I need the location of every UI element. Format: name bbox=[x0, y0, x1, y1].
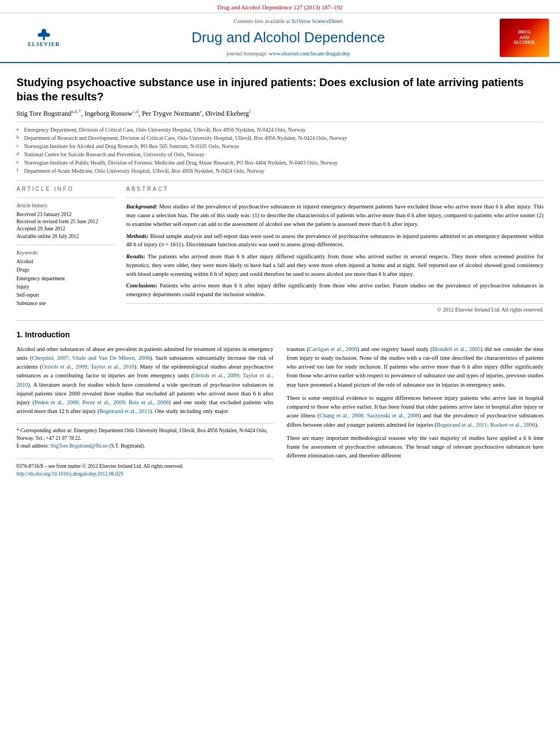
author-ekeberg: Øivind Ekebergf bbox=[205, 110, 250, 117]
introduction-body: Alcohol and other substances of abuse ar… bbox=[16, 345, 544, 478]
main-content: Studying psychoactive substance use in i… bbox=[0, 63, 560, 489]
svg-point-3 bbox=[46, 33, 50, 37]
elsevier-logo-area: ELSEVIER bbox=[11, 27, 77, 48]
top-bar: Drug and Alcohol Dependence 127 (2013) 1… bbox=[0, 0, 560, 13]
affil-a-text: Emergency Department, Division of Critic… bbox=[24, 126, 306, 134]
keyword-substance: Substance use bbox=[16, 299, 115, 308]
homepage-link[interactable]: www.elsevier.com/locate/drugalcdep bbox=[269, 50, 350, 56]
abstract-col: ABSTRACT Background: Most studies of the… bbox=[126, 185, 544, 314]
cover-placeholder: DRUGANDALCOHOL bbox=[500, 19, 549, 57]
intro-left-para1: Alcohol and other substances of abuse ar… bbox=[16, 345, 274, 416]
results-label: Results: bbox=[126, 253, 145, 259]
affil-d-text: National Centre for Suicide Research and… bbox=[24, 150, 205, 159]
affiliations-block: a Emergency Department, Division of Crit… bbox=[16, 122, 544, 175]
abstract-methods: Methods: Blood sample analysis and self-… bbox=[126, 232, 544, 250]
bottom-copyright: 0376-8716/$ – see front matter © 2012 El… bbox=[16, 462, 274, 470]
ref-bogstrand2: Bogstrand et al., 2011; Rockett et al., … bbox=[437, 422, 535, 428]
ref-cherpitel: Cherpitel, 2007; Vitale and Van De Mheen… bbox=[32, 355, 150, 361]
svg-point-4 bbox=[42, 29, 47, 33]
author-bogstrand: Stig Tore Bogstranda,b,* bbox=[16, 110, 81, 117]
elsevier-text: ELSEVIER bbox=[28, 41, 60, 48]
ref-carrigan: Carrigan et al., 2000 bbox=[309, 346, 358, 352]
keyword-alcohol: Alcohol bbox=[16, 258, 115, 266]
affil-e-text: Norwegian Institute of Public Health, Di… bbox=[24, 159, 338, 167]
affil-f: f Department of Acute Medicine, Oslo Uni… bbox=[16, 167, 544, 175]
article-info-col: Article Info Article history: Received 2… bbox=[16, 185, 115, 314]
elsevier-tree-icon bbox=[33, 27, 55, 41]
journal-homepage: journal homepage: www.elsevier.com/locat… bbox=[77, 50, 500, 58]
keyword-emergency: Emergency department bbox=[16, 275, 115, 283]
affil-d: d National Centre for Suicide Research a… bbox=[16, 150, 544, 159]
journal-title-area: Contents lists available at SciVerse Sci… bbox=[77, 18, 500, 57]
footnote-section: * Corresponding author at: Emergency Dep… bbox=[16, 423, 274, 450]
journal-cover-image: DRUGANDALCOHOL bbox=[500, 19, 549, 57]
footnote1: * Corresponding author at: Emergency Dep… bbox=[16, 427, 274, 443]
keyword-selfreport: Self-report bbox=[16, 291, 115, 299]
elsevier-logo: ELSEVIER bbox=[19, 27, 69, 48]
sciverse-link[interactable]: SciVerse ScienceDirect bbox=[291, 18, 343, 24]
journal-title: Drug and Alcohol Dependence bbox=[77, 27, 500, 47]
doi-link[interactable]: http://dx.doi.org/10.1016/j.drugalcdep.2… bbox=[16, 471, 123, 477]
intro-right-col: traumas (Carrigan et al., 2000) and one … bbox=[287, 345, 544, 478]
ref-blondell: Blondell et al., 2005 bbox=[432, 346, 480, 352]
keywords-block: Keywords: Alcohol Drugs Emergency depart… bbox=[16, 250, 115, 308]
journal-ref: Drug and Alcohol Dependence 127 (2013) 1… bbox=[217, 4, 343, 10]
affil-c: c Norwegian Institute for Alcohol and Dr… bbox=[16, 142, 544, 150]
article-title: Studying psychoactive substance use in i… bbox=[16, 75, 544, 104]
journal-header: ELSEVIER Contents lists available at Sci… bbox=[0, 13, 560, 63]
ref-chang: Chang et al., 2008; Saczynski et al., 20… bbox=[319, 412, 419, 418]
intro-right-para3: There are many important methodological … bbox=[287, 434, 544, 461]
methods-label: Methods: bbox=[126, 233, 149, 239]
ref-bogstrand1: Bogstrand et al., 2011 bbox=[99, 408, 150, 414]
abstract-conclusions: Conclusions: Patients who arrive more th… bbox=[126, 281, 544, 299]
history-label: Article history: bbox=[16, 202, 115, 210]
ref-orriols2: Orriols et al., 2009; Taylor et al., 201… bbox=[16, 372, 274, 387]
bottom-doi: http://dx.doi.org/10.1016/j.drugalcdep.2… bbox=[16, 471, 274, 478]
author-rossow: Ingeborg Rossowc,d bbox=[84, 110, 138, 117]
sciverse-line: Contents lists available at SciVerse Sci… bbox=[77, 18, 500, 25]
background-label: Background: bbox=[126, 203, 157, 210]
keyword-injury: Injury bbox=[16, 283, 115, 291]
keyword-drugs: Drugs bbox=[16, 266, 115, 274]
received-value: Received 23 January 2012 bbox=[16, 211, 115, 218]
ref-peden: Peden et al., 2000; Perez et al., 2009; … bbox=[35, 399, 169, 405]
history-block: Article history: Received 23 January 201… bbox=[16, 202, 115, 245]
to-examine-text: to examine bbox=[126, 221, 151, 227]
keywords-label: Keywords: bbox=[16, 250, 115, 257]
introduction-heading: 1. Introduction bbox=[16, 330, 544, 341]
ref-orriols1: Orriols et al., 2009; Taylor et al., 201… bbox=[42, 364, 134, 370]
email-link[interactable]: StigTore.Bogstrand@fhi.no bbox=[50, 443, 108, 449]
accepted-value: Accepted 29 June 2012 bbox=[16, 225, 115, 233]
affil-c-text: Norwegian Institute for Alcohol and Drug… bbox=[24, 142, 239, 150]
intro-right-para2: There is some empirical evidence to sugg… bbox=[287, 394, 544, 429]
copyright-line: © 2012 Elsevier Ireland Ltd. All rights … bbox=[126, 303, 544, 314]
authors-line: Stig Tore Bogstranda,b,*, Ingeborg Rosso… bbox=[16, 108, 544, 119]
affil-b: b Department of Research and Development… bbox=[16, 134, 544, 142]
svg-point-2 bbox=[38, 33, 43, 37]
affil-b-text: Department of Research and Development, … bbox=[24, 134, 347, 142]
footnote2: E-mail address: StigTore.Bogstrand@fhi.n… bbox=[16, 442, 274, 450]
author-normann: Per Trygve Normanne bbox=[142, 110, 202, 117]
abstract-label: ABSTRACT bbox=[126, 185, 544, 193]
intro-right-para1: traumas (Carrigan et al., 2000) and one … bbox=[287, 345, 544, 389]
article-meta-section: Article Info Article history: Received 2… bbox=[16, 180, 544, 314]
affil-e: e Norwegian Institute of Public Health, … bbox=[16, 159, 544, 167]
online-value: Available online 20 July 2012 bbox=[16, 233, 115, 240]
abstract-background: Background: Most studies of the prevalen… bbox=[126, 202, 544, 228]
affil-a: a Emergency Department, Division of Crit… bbox=[16, 126, 544, 134]
intro-left-col: Alcohol and other substances of abuse ar… bbox=[16, 345, 274, 478]
bottom-bar: 0376-8716/$ – see front matter © 2012 El… bbox=[16, 459, 274, 478]
svg-rect-0 bbox=[43, 37, 44, 40]
affil-f-text: Department of Acute Medicine, Oslo Unive… bbox=[24, 167, 264, 175]
abstract-results: Results: The patients who arrived more t… bbox=[126, 252, 544, 278]
article-info-label: Article Info bbox=[16, 185, 115, 193]
revised-value: Received in revised form 25 June 2012 bbox=[16, 218, 115, 225]
introduction-section: 1. Introduction Alcohol and other substa… bbox=[16, 330, 544, 478]
conclusions-label: Conclusions: bbox=[126, 282, 157, 289]
